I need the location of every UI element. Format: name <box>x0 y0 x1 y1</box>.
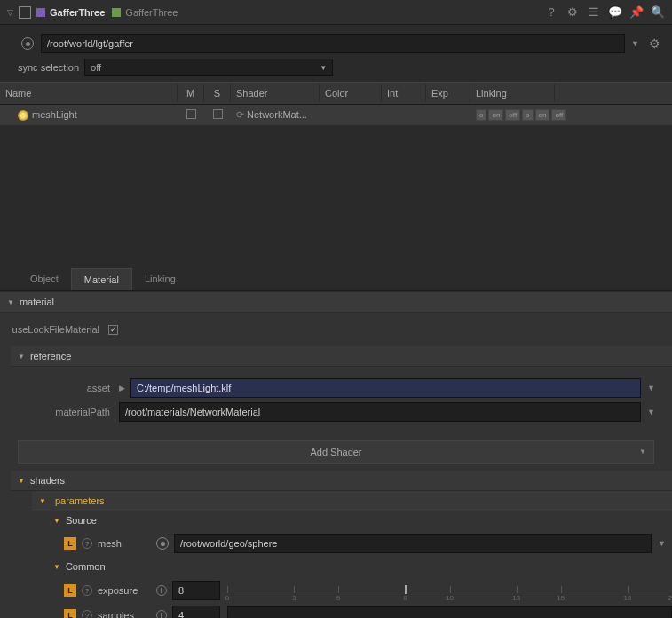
path-settings-icon[interactable]: ⚙ <box>649 36 663 51</box>
sync-label: sync selection <box>18 62 79 73</box>
chevron-down-icon: ▼ <box>639 448 646 456</box>
add-shader-label: Add Shader <box>310 447 361 457</box>
mesh-row: L ? mesh /root/world/geo/sphere ▼ <box>11 534 672 553</box>
asset-expand-icon[interactable]: ▶ <box>119 384 125 392</box>
materialpath-dropdown-icon[interactable]: ▼ <box>641 408 661 416</box>
local-badge[interactable]: L <box>64 537 76 550</box>
mesh-label: mesh <box>98 538 151 549</box>
light-icon <box>18 110 28 121</box>
source-group-header[interactable]: ▼ Source <box>11 511 672 529</box>
disclosure-icon: ▼ <box>7 298 14 306</box>
materialpath-input[interactable]: /root/materials/NetworkMaterial <box>119 402 641 422</box>
tab-linking[interactable]: Linking <box>132 268 188 290</box>
pin-icon[interactable]: 📌 <box>629 5 644 20</box>
solo-checkbox[interactable] <box>213 109 223 119</box>
sync-select[interactable]: off ▼ <box>84 59 333 76</box>
col-mute[interactable]: M <box>178 84 204 102</box>
mute-checkbox[interactable] <box>186 109 196 119</box>
samples-label: samples <box>98 610 151 618</box>
asset-input[interactable]: C:/temp/meshLight.klf <box>130 378 641 398</box>
materialpath-label: materialPath <box>21 407 119 417</box>
window-titlebar: ▽ GafferThree GafferThree ? ⚙ ☰ 💬 📌 🔍 <box>0 0 672 25</box>
mesh-input[interactable]: /root/world/geo/sphere <box>174 534 652 553</box>
local-badge[interactable]: L <box>64 609 76 618</box>
exposure-input[interactable] <box>172 581 220 600</box>
tab-material[interactable]: Material <box>71 268 132 290</box>
scope-icon[interactable] <box>156 537 169 550</box>
exposure-row: L ? exposure 03581013151820 <box>11 580 672 601</box>
path-input[interactable]: /root/world/lgt/gaffer <box>41 34 625 53</box>
common-group-header[interactable]: ▼ Common <box>11 558 672 575</box>
help-icon[interactable]: ? <box>82 538 92 549</box>
shaders-section-header[interactable]: ▼ shaders <box>11 471 672 491</box>
chevron-down-icon: ▼ <box>320 64 327 72</box>
search-icon[interactable]: 🔍 <box>651 5 665 20</box>
material-title: material <box>20 297 54 307</box>
keyframe-icon[interactable] <box>156 585 167 596</box>
reference-title: reference <box>30 351 71 361</box>
disclosure-icon: ▼ <box>18 477 25 485</box>
parameters-section-header[interactable]: ▼ parameters <box>32 491 672 511</box>
col-exp[interactable]: Exp <box>426 84 470 102</box>
disclosure-icon: ▼ <box>53 563 60 571</box>
col-solo[interactable]: S <box>204 84 231 102</box>
col-linking[interactable]: Linking <box>470 84 555 102</box>
scope-icon[interactable] <box>21 37 34 50</box>
help-icon[interactable]: ? <box>544 5 558 20</box>
help-icon[interactable]: ? <box>82 585 92 596</box>
document-icon[interactable] <box>19 6 31 19</box>
col-int[interactable]: Int <box>382 84 426 102</box>
disclosure-icon: ▼ <box>53 517 60 525</box>
node-subtitle: GafferThree <box>125 7 178 18</box>
col-shader[interactable]: Shader <box>231 84 320 102</box>
materialpath-row: materialPath /root/materials/NetworkMate… <box>21 402 661 422</box>
add-shader-button[interactable]: Add Shader ▼ <box>18 440 654 464</box>
table-header: Name M S Shader Color Int Exp Linking <box>0 82 672 105</box>
table-row[interactable]: meshLight ⟳ NetworkMat... oonoffoonoff <box>0 105 672 126</box>
path-row: /root/world/lgt/gaffer ▼ ⚙ <box>0 25 672 59</box>
asset-row: asset ▶ C:/temp/meshLight.klf ▼ <box>21 378 661 398</box>
shaders-title: shaders <box>30 475 65 486</box>
local-badge[interactable]: L <box>64 584 76 597</box>
exposure-label: exposure <box>98 585 151 596</box>
samples-row: L ? samples <box>11 606 672 618</box>
path-dropdown-icon[interactable]: ▼ <box>625 39 645 48</box>
filter-icon[interactable]: ☰ <box>587 5 601 20</box>
comment-icon[interactable]: 💬 <box>608 5 622 20</box>
help-icon[interactable]: ? <box>82 610 92 618</box>
node-title: GafferThree <box>50 7 105 18</box>
row-shader: NetworkMat... <box>247 109 307 120</box>
keyframe-icon[interactable] <box>156 610 167 618</box>
tree-empty-area <box>0 126 672 268</box>
reference-section-header[interactable]: ▼ reference <box>11 346 672 367</box>
asset-dropdown-icon[interactable]: ▼ <box>641 384 661 392</box>
settings-icon[interactable]: ⚙ <box>565 5 580 20</box>
disclosure-icon: ▼ <box>18 353 25 360</box>
node-color-icon <box>36 8 45 17</box>
tab-object[interactable]: Object <box>18 268 71 290</box>
samples-input[interactable] <box>172 606 220 618</box>
parameters-title: parameters <box>55 495 105 506</box>
uselookfile-row: useLookFileMaterial ✓ <box>11 324 661 335</box>
samples-track[interactable] <box>227 606 672 618</box>
detail-tabs: Object Material Linking <box>0 268 672 291</box>
mesh-dropdown-icon[interactable]: ▼ <box>652 539 672 548</box>
common-title: Common <box>66 561 106 572</box>
source-title: Source <box>66 515 97 526</box>
disclosure-icon: ▼ <box>39 497 46 505</box>
collapse-icon[interactable]: ▽ <box>7 8 13 17</box>
node-type-icon <box>112 8 121 17</box>
row-name: meshLight <box>32 109 77 120</box>
uselookfile-checkbox[interactable]: ✓ <box>108 325 118 335</box>
sync-row: sync selection off ▼ <box>0 59 672 82</box>
material-section-header[interactable]: ▼ material <box>0 292 672 313</box>
col-color[interactable]: Color <box>320 84 382 102</box>
sync-value: off <box>91 62 101 73</box>
asset-label: asset <box>21 383 119 393</box>
exposure-slider[interactable]: 03581013151820 <box>227 580 672 601</box>
uselookfile-label: useLookFileMaterial <box>11 324 108 335</box>
col-name[interactable]: Name <box>0 84 178 102</box>
refresh-icon[interactable]: ⟳ <box>236 109 244 120</box>
linking-buttons[interactable]: oonoffoonoff <box>476 109 549 121</box>
